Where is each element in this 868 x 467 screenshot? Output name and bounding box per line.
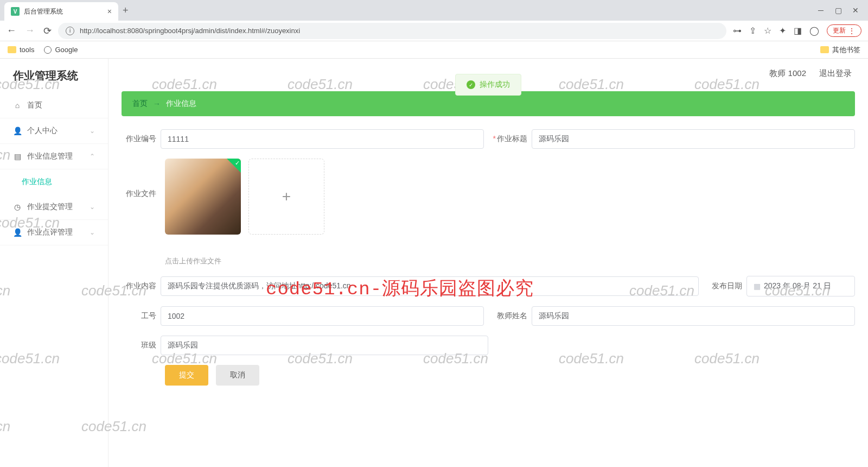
label-content: 作业内容 [122,281,156,291]
sidebar-item-home[interactable]: ⌂ 首页 [0,93,108,118]
upload-success-icon [227,159,241,173]
logout-link[interactable]: 退出登录 [819,68,852,79]
top-right-bar: 教师 1002 退出登录 [753,59,868,89]
chevron-down-icon: ⌄ [90,229,95,236]
sidebar-item-personal[interactable]: 👤 个人中心 ⌄ [0,118,108,144]
arrow-right-icon: → [153,99,161,108]
sidebar-item-label: 作业提交管理 [27,202,73,212]
work-form: 作业编号 *作业标题 作业文件 + 点击上传作业 [108,116,868,399]
label-id: 作业编号 [122,134,156,144]
calendar-icon: ▦ [754,282,761,291]
close-tab-icon[interactable]: × [107,7,112,16]
share-icon[interactable]: ⇪ [749,26,756,36]
browser-tab[interactable]: V 后台管理系统 × [4,2,118,21]
label-title: *作业标题 [493,134,527,144]
home-icon: ⌂ [13,101,22,110]
url-text: http://localhost:8080/springboot4prsj/ad… [80,27,300,35]
upload-add-button[interactable]: + [248,159,324,235]
vue-favicon-icon: V [11,7,20,16]
back-icon[interactable]: ← [7,25,16,37]
upload-tip: 点击上传作业文件 [165,256,324,266]
current-user[interactable]: 教师 1002 [769,68,806,79]
form-icon: ▤ [13,152,22,161]
cancel-button[interactable]: 取消 [216,365,259,386]
label-date: 发布日期 [707,281,742,291]
new-tab-button[interactable]: + [123,5,129,16]
address-bar[interactable]: i http://localhost:8080/springboot4prsj/… [58,23,726,39]
user-icon: 👤 [13,228,22,237]
label-empid: 工号 [122,311,156,321]
date-value: 2023 年 08 月 21 日 [764,281,831,291]
bookmark-star-icon[interactable]: ☆ [764,26,771,36]
sidebar-item-label: 首页 [27,100,42,110]
date-picker[interactable]: ▦ 2023 年 08 月 21 日 [746,276,855,296]
uploaded-file-thumb[interactable] [165,159,241,235]
title-input[interactable] [532,129,855,149]
google-icon [44,46,52,54]
other-bookmarks[interactable]: 其他书签 [820,45,860,55]
extensions-icon[interactable]: ✦ [779,26,786,36]
update-button[interactable]: 更新 ⋮ [827,24,861,37]
tab-title: 后台管理系统 [24,7,103,16]
bookmark-tools[interactable]: tools [8,46,34,54]
check-circle-icon: ✓ [467,80,475,89]
browser-tab-strip: V 后台管理系统 × + ─ ▢ ✕ [0,0,868,21]
sidebar-item-label: 个人中心 [27,126,58,136]
window-close-icon[interactable]: ✕ [852,6,859,15]
label-class: 班级 [122,340,156,350]
label-file: 作业文件 [122,189,156,199]
profile-icon[interactable]: ◯ [809,26,819,36]
sidebar-item-label: 作业信息管理 [27,152,73,161]
main-content: 教师 1002 退出登录 ✓ 操作成功 首页 → 作业信息 作业编号 *作业标题 [108,59,868,467]
submit-button[interactable]: 提交 [165,365,208,386]
folder-icon [8,46,16,53]
toast-text: 操作成功 [480,80,510,90]
teacher-input[interactable] [532,306,855,326]
sidebar-item-review[interactable]: 👤 作业点评管理 ⌄ [0,220,108,245]
breadcrumb-home[interactable]: 首页 [132,99,148,109]
sidebar: 作业管理系统 ⌂ 首页 👤 个人中心 ⌄ ▤ 作业信息管理 ⌃ 作业信息 ◷ 作… [0,59,108,467]
chevron-down-icon: ⌄ [90,203,95,211]
side-panel-icon[interactable]: ◨ [794,26,802,36]
class-input[interactable] [161,336,488,355]
sidebar-item-label: 作业点评管理 [27,228,73,237]
sidebar-item-workinfo-sub[interactable]: 作业信息 [0,169,108,194]
folder-icon [820,46,829,53]
sidebar-item-label: 作业信息 [22,177,52,187]
chevron-down-icon: ⌄ [90,127,95,135]
empid-input[interactable] [161,306,484,326]
clock-icon: ◷ [13,203,22,211]
app-title: 作业管理系统 [0,59,108,93]
sidebar-item-submit[interactable]: ◷ 作业提交管理 ⌄ [0,194,108,220]
password-icon[interactable]: ⊶ [733,26,742,36]
success-toast: ✓ 操作成功 [455,74,521,96]
window-minimize-icon[interactable]: ─ [817,6,825,15]
bookmark-google[interactable]: Google [44,46,78,54]
forward-icon[interactable]: → [25,25,35,37]
watermark-red: code51.cn-源码乐园盗图必究 [266,276,534,301]
sidebar-item-workinfo[interactable]: ▤ 作业信息管理 ⌃ [0,144,108,169]
browser-toolbar: ← → ⟳ i http://localhost:8080/springboot… [0,21,868,41]
reload-icon[interactable]: ⟳ [43,25,52,37]
user-icon: 👤 [13,127,22,135]
window-maximize-icon[interactable]: ▢ [834,6,842,15]
breadcrumb-current: 作业信息 [166,99,196,109]
label-teacher: 教师姓名 [493,311,527,321]
site-info-icon[interactable]: i [66,27,74,35]
bookmark-bar: tools Google 其他书签 [0,41,868,59]
id-input[interactable] [161,129,484,149]
chevron-up-icon: ⌃ [90,153,95,160]
